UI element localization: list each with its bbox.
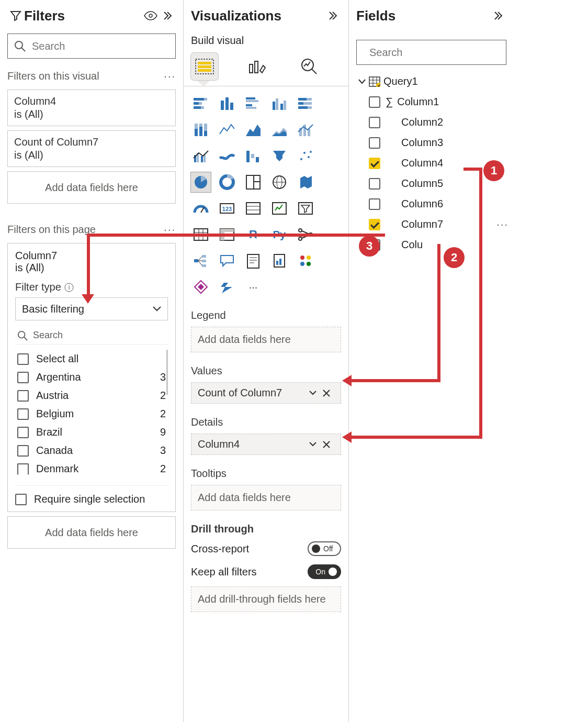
field-column7[interactable]: Column7··· bbox=[349, 214, 514, 235]
viz-donut-icon[interactable] bbox=[217, 172, 237, 192]
checkbox[interactable] bbox=[17, 372, 29, 383]
viz-r-icon[interactable]: R bbox=[243, 225, 263, 245]
page-filters-dropzone[interactable]: Add data fields here bbox=[7, 516, 176, 549]
viz-scatter-icon[interactable] bbox=[296, 146, 315, 166]
fields-search-input[interactable] bbox=[368, 46, 503, 59]
collapse-fields-icon[interactable] bbox=[490, 7, 506, 24]
viz-stacked-area-icon[interactable] bbox=[269, 120, 289, 140]
checkbox[interactable] bbox=[17, 353, 29, 365]
keep-filters-toggle[interactable]: On bbox=[308, 564, 341, 579]
fields-search[interactable] bbox=[356, 40, 506, 65]
viz-table-icon[interactable] bbox=[191, 225, 211, 245]
viz-100-stacked-bar-icon[interactable] bbox=[296, 94, 315, 114]
filter-type-dropdown[interactable]: Basic filtering bbox=[15, 297, 168, 320]
checkbox[interactable] bbox=[369, 158, 380, 169]
scrollbar-thumb[interactable] bbox=[166, 350, 168, 395]
field-column4[interactable]: Column4 bbox=[349, 153, 514, 173]
filter-option[interactable]: Austria2 bbox=[15, 386, 168, 405]
chevron-down-icon[interactable] bbox=[309, 391, 323, 395]
viz-line-icon[interactable] bbox=[217, 120, 237, 140]
checkbox[interactable] bbox=[15, 494, 27, 505]
filter-option[interactable]: Brazil9 bbox=[15, 423, 168, 441]
field-column8[interactable]: Colu bbox=[349, 235, 514, 255]
viz-pie-icon[interactable] bbox=[191, 172, 211, 192]
require-single-selection[interactable]: Require single selection bbox=[15, 485, 168, 505]
field-column5[interactable]: Column5 bbox=[349, 173, 514, 194]
filter-card-column4[interactable]: Column4 is (All) bbox=[7, 90, 176, 126]
viz-area-icon[interactable] bbox=[243, 120, 263, 140]
values-bucket-item[interactable]: Count of Column7 bbox=[191, 382, 341, 404]
tab-build-visual[interactable] bbox=[191, 53, 218, 80]
viz-key-influencers-icon[interactable] bbox=[296, 225, 315, 245]
chevron-down-icon[interactable] bbox=[309, 442, 323, 447]
info-icon[interactable]: i bbox=[64, 283, 74, 292]
viz-clustered-column-icon[interactable] bbox=[269, 94, 289, 114]
viz-paginated-icon[interactable] bbox=[269, 251, 289, 271]
checkbox[interactable] bbox=[17, 390, 29, 402]
viz-stacked-bar-icon[interactable] bbox=[191, 94, 211, 114]
viz-appsource-icon[interactable] bbox=[296, 251, 315, 271]
viz-more-icon[interactable]: ··· bbox=[243, 277, 263, 297]
checkbox[interactable] bbox=[369, 96, 380, 108]
field-column3[interactable]: Column3 bbox=[349, 132, 514, 153]
viz-decomposition-icon[interactable] bbox=[191, 251, 211, 271]
filter-option[interactable]: Canada3 bbox=[15, 441, 168, 460]
viz-line-clustered-column-icon[interactable] bbox=[191, 146, 211, 166]
viz-gauge-icon[interactable] bbox=[191, 198, 211, 218]
checkbox[interactable] bbox=[369, 239, 380, 251]
field-column2[interactable]: Column2 bbox=[349, 112, 514, 132]
checkbox[interactable] bbox=[17, 463, 29, 475]
collapse-viz-icon[interactable] bbox=[324, 7, 341, 24]
viz-python-icon[interactable]: Py bbox=[269, 225, 289, 245]
visual-filters-dropzone[interactable]: Add data fields here bbox=[7, 171, 176, 204]
viz-qa-icon[interactable] bbox=[217, 251, 237, 271]
filters-search[interactable] bbox=[7, 34, 176, 59]
remove-icon[interactable] bbox=[323, 390, 336, 397]
field-column1[interactable]: ∑Column1 bbox=[349, 92, 514, 112]
tooltips-bucket[interactable]: Add data fields here bbox=[191, 485, 341, 510]
table-query1[interactable]: Query1 bbox=[349, 71, 514, 92]
remove-icon[interactable] bbox=[323, 441, 336, 448]
checkbox[interactable] bbox=[369, 219, 380, 230]
page-filters-more[interactable]: ··· bbox=[164, 224, 176, 236]
viz-stacked-column-icon[interactable] bbox=[217, 94, 237, 114]
filters-search-input[interactable] bbox=[31, 40, 169, 53]
checkbox[interactable] bbox=[17, 427, 29, 438]
filter-option[interactable]: Belgium2 bbox=[15, 405, 168, 423]
viz-waterfall-icon[interactable] bbox=[243, 146, 263, 166]
field-more[interactable]: ··· bbox=[496, 218, 508, 230]
checkbox[interactable] bbox=[369, 198, 380, 210]
viz-treemap-icon[interactable] bbox=[243, 172, 263, 192]
viz-narrative-icon[interactable] bbox=[243, 251, 263, 271]
viz-powerapps-icon[interactable] bbox=[191, 277, 211, 297]
viz-multirow-card-icon[interactable] bbox=[243, 198, 263, 218]
viz-ribbon-icon[interactable] bbox=[217, 146, 237, 166]
viz-filled-map-icon[interactable] bbox=[296, 172, 315, 192]
checkbox[interactable] bbox=[369, 137, 380, 149]
drillthrough-bucket[interactable]: Add drill-through fields here bbox=[191, 586, 341, 612]
checkbox[interactable] bbox=[369, 117, 380, 128]
viz-card-icon[interactable]: 123 bbox=[217, 198, 237, 218]
viz-matrix-icon[interactable] bbox=[217, 225, 237, 245]
viz-100-stacked-column-icon[interactable] bbox=[191, 120, 211, 140]
filter-option[interactable]: Denmark2 bbox=[15, 460, 168, 478]
viz-kpi-icon[interactable] bbox=[269, 198, 289, 218]
viz-funnel-icon[interactable] bbox=[269, 146, 289, 166]
filter-value-search[interactable]: Search bbox=[15, 327, 168, 345]
checkbox[interactable] bbox=[17, 445, 29, 457]
filter-option[interactable]: Argentina3 bbox=[15, 368, 168, 386]
field-column6[interactable]: Column6 bbox=[349, 194, 514, 214]
viz-map-icon[interactable] bbox=[269, 172, 289, 192]
cross-report-toggle[interactable]: Off bbox=[308, 541, 341, 556]
checkbox[interactable] bbox=[17, 408, 29, 420]
legend-bucket[interactable]: Add data fields here bbox=[191, 327, 341, 352]
filter-options-list[interactable]: Select all Argentina3 Austria2 Belgium2 … bbox=[15, 350, 168, 478]
visual-filters-more[interactable]: ··· bbox=[164, 70, 176, 82]
tab-analytics[interactable] bbox=[296, 53, 323, 80]
details-bucket-item[interactable]: Column4 bbox=[191, 434, 341, 455]
viz-powerautomate-icon[interactable] bbox=[217, 277, 237, 297]
filter-option[interactable]: Select all bbox=[15, 350, 168, 368]
viz-clustered-bar-icon[interactable] bbox=[243, 94, 263, 114]
filter-card-count-column7[interactable]: Count of Column7 is (All) bbox=[7, 130, 176, 167]
viz-slicer-icon[interactable] bbox=[296, 198, 315, 218]
